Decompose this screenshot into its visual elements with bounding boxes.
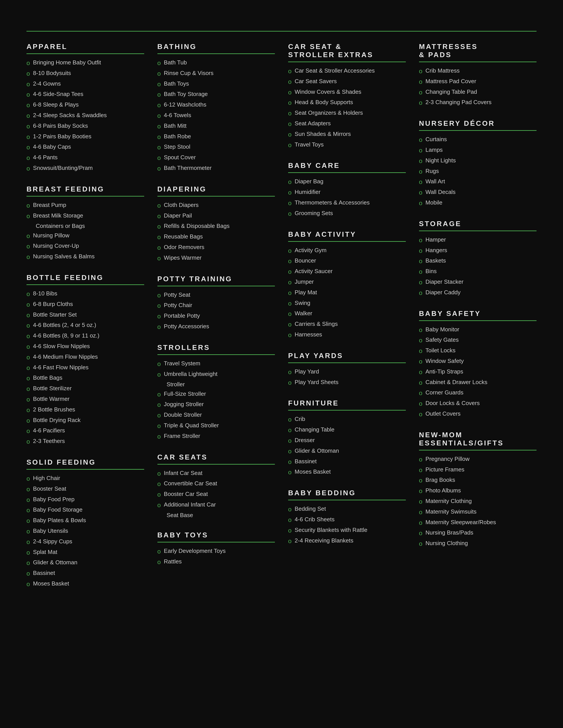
- list-item-text: Glider & Ottoman: [295, 446, 339, 455]
- list-item-text: Car Seat Savers: [295, 77, 337, 86]
- list-item: oBath Tub: [157, 58, 275, 68]
- list-item: oBooster Seat: [26, 484, 144, 494]
- section-bottlefeeding: BOTTLE FEEDINGo8-10 Bibso6-8 Burp Cloths…: [26, 274, 144, 447]
- list-bullet: o: [26, 321, 30, 331]
- list-bullet: o: [419, 198, 423, 208]
- list-bullet: o: [26, 548, 30, 558]
- list-item: oEarly Development Toys: [157, 546, 275, 557]
- list-bullet: o: [288, 288, 292, 298]
- list-bullet: o: [288, 109, 292, 118]
- list-item-text: Infant Car Seat: [164, 469, 202, 477]
- list-item: oWall Decals: [419, 188, 537, 198]
- list-bullet: o: [157, 100, 161, 110]
- list-item-text: Bath Tub: [164, 58, 187, 67]
- list-bullet: o: [26, 58, 30, 68]
- list-item-text: Seat Adapters: [295, 119, 331, 128]
- list-item-text: Activity Gym: [295, 246, 327, 255]
- list-item-text: Cloth Diapers: [164, 201, 199, 209]
- list-item-text: 2-4 Sippy Cups: [33, 537, 72, 546]
- list-bullet: o: [157, 90, 161, 100]
- list-bullet: o: [157, 432, 161, 442]
- list-item-indent: Seat Base: [157, 511, 275, 520]
- list-item-text: Carriers & Slings: [295, 319, 338, 328]
- list-bullet: o: [26, 495, 30, 505]
- list-bullet: o: [419, 267, 423, 277]
- list-bullet: o: [26, 331, 30, 341]
- list-bullet: o: [26, 132, 30, 142]
- list-bullet: o: [419, 378, 423, 388]
- list-item-text: Bath Thermometer: [164, 163, 211, 172]
- list-bullet: o: [288, 320, 292, 330]
- list-item-text: 6-12 Washcloths: [164, 100, 206, 109]
- list-item-text: Safety Gates: [426, 335, 459, 344]
- list-bullet: o: [288, 536, 292, 546]
- section-furniture: FURNITUREoCriboChanging TableoDresseroGl…: [288, 399, 406, 478]
- list-item: oBaby Monitor: [419, 325, 537, 335]
- list-bullet: o: [157, 479, 161, 489]
- list-item-text: Bottle Drying Rack: [33, 416, 81, 424]
- list-item-text: Maternity Clothing: [426, 497, 472, 505]
- list-item: oWalker: [288, 309, 406, 319]
- section-carseats: CAR SEATSoInfant Car SeatoConvertible Ca…: [157, 453, 275, 520]
- section-apparel: APPARELoBringing Home Baby Outfito8-10 B…: [26, 43, 144, 174]
- list-item: oPotty Seat: [157, 290, 275, 300]
- list-item: oBaskets: [419, 256, 537, 266]
- list-item-text: Night Lights: [426, 156, 456, 165]
- list-item-text: Rattles: [164, 557, 182, 566]
- header-divider: [26, 31, 537, 32]
- list-item: oThermometers & Accessories: [288, 198, 406, 208]
- list-item: oPlay Yard: [288, 367, 406, 377]
- list-bullet: o: [157, 411, 161, 420]
- list-item-text: Picture Frames: [426, 465, 464, 474]
- list-bullet: o: [157, 164, 161, 174]
- list-item-text: Baskets: [426, 256, 446, 265]
- list-bullet: o: [419, 486, 423, 496]
- list-item-text: Toilet Locks: [426, 346, 456, 355]
- list-item-text: Nursing Bras/Pads: [426, 528, 473, 537]
- list-item-text: Rugs: [426, 167, 439, 175]
- column-3: MATTRESSES& PADSoCrib MattressoMattress …: [419, 43, 537, 601]
- list-item-text: Thermometers & Accessories: [295, 198, 370, 207]
- list-bullet: o: [26, 79, 30, 89]
- list-item: oBath Mitt: [157, 121, 275, 131]
- column-2: CAR SEAT &STROLLER EXTRASoCar Seat & Str…: [288, 43, 406, 601]
- list-bullet: o: [419, 399, 423, 409]
- list-item-text: Baby Plates & Bowls: [33, 516, 86, 525]
- list-item: oNight Lights: [419, 156, 537, 166]
- list-item: o2-3 Teethers: [26, 437, 144, 447]
- list-item-text: Wall Art: [426, 177, 445, 186]
- list-item: oSun Shades & Mirrors: [288, 129, 406, 140]
- list-item-text: 2-3 Teethers: [33, 437, 65, 445]
- list-item: oActivity Saucer: [288, 267, 406, 277]
- list-bullet: o: [26, 405, 30, 415]
- section-title-diapering: DIAPERING: [157, 185, 275, 193]
- list-item-text: Window Safety: [426, 356, 464, 365]
- list-item-text: Reusable Bags: [164, 232, 203, 241]
- list-item-text: Nursing Pillow: [33, 231, 70, 240]
- list-bullet: o: [26, 527, 30, 537]
- list-item-text: 4-6 Slow Flow Nipples: [33, 342, 90, 351]
- list-item-text: Double Stroller: [164, 410, 202, 419]
- list-item-indent: Stroller: [157, 380, 275, 389]
- section-strollers: STROLLERSoTravel SystemoUmbrella Lightwe…: [157, 343, 275, 442]
- list-item: oMattress Pad Cover: [419, 77, 537, 87]
- list-item-text: Outlet Covers: [426, 409, 461, 418]
- list-bullet: o: [157, 243, 161, 253]
- list-bullet: o: [26, 201, 30, 211]
- list-bullet: o: [26, 426, 30, 436]
- list-item: oNursing Salves & Balms: [26, 252, 144, 262]
- list-item: oRefills & Disposable Bags: [157, 221, 275, 232]
- section-underline-babycare: [288, 172, 406, 173]
- section-underline-diapering: [157, 196, 275, 197]
- list-item: oFull-Size Stroller: [157, 389, 275, 400]
- list-item: oBottle Drying Rack: [26, 416, 144, 426]
- list-item: o2-3 Changing Pad Covers: [419, 98, 537, 108]
- section-title-pottytraining: POTTY TRAINING: [157, 275, 275, 283]
- section-title-bathing: BATHING: [157, 43, 275, 51]
- list-item-text: Crib: [295, 415, 305, 423]
- list-bullet: o: [419, 256, 423, 266]
- list-bullet: o: [419, 235, 423, 245]
- section-title-storage: STORAGE: [419, 220, 537, 228]
- list-bullet: o: [26, 310, 30, 320]
- list-item-text: 2-4 Sleep Sacks & Swaddles: [33, 111, 107, 120]
